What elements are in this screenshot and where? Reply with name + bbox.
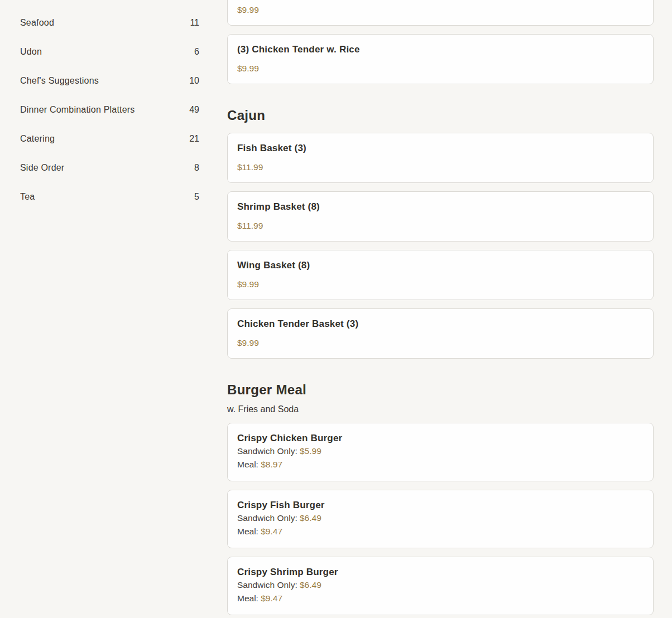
menu-item-price: $9.99 (237, 63, 644, 74)
option-label: Sandwich Only: (237, 446, 300, 456)
section-subheading-burger-meal: w. Fries and Soda (227, 404, 654, 414)
meal-line: Meal: $9.47 (237, 525, 644, 538)
menu-list: $9.99 (3) Chicken Tender w. Rice $9.99 C… (218, 0, 672, 618)
menu-item-card-crispy-chicken-burger[interactable]: Crispy Chicken Burger Sandwich Only: $5.… (227, 423, 654, 481)
category-label: Seafood (20, 18, 54, 28)
menu-item-card-chicken-tender-rice[interactable]: (3) Chicken Tender w. Rice $9.99 (227, 34, 654, 84)
category-label: Dinner Combination Platters (20, 105, 135, 115)
category-count: 49 (189, 105, 199, 115)
sandwich-only-line: Sandwich Only: $6.49 (237, 511, 644, 525)
option-price: $9.47 (261, 527, 282, 536)
menu-item-card-chicken-tender-basket[interactable]: Chicken Tender Basket (3) $9.99 (227, 308, 654, 359)
menu-item-card-fish-basket[interactable]: Fish Basket (3) $11.99 (227, 133, 654, 183)
meal-line: Meal: $8.97 (237, 458, 644, 471)
menu-item-title: Crispy Fish Burger (237, 499, 644, 511)
sidebar-item-catering[interactable]: Catering 21 (20, 124, 199, 153)
sandwich-only-line: Sandwich Only: $6.49 (237, 578, 644, 592)
option-price: $5.99 (300, 446, 321, 456)
category-label: Catering (20, 134, 55, 144)
menu-item-title: Wing Basket (8) (237, 259, 644, 272)
option-price: $6.49 (300, 580, 321, 590)
option-price: $9.47 (261, 593, 282, 603)
sidebar-item-udon[interactable]: Udon 6 (20, 37, 199, 66)
category-label: Side Order (20, 163, 64, 173)
sidebar-item-seafood[interactable]: Seafood 11 (20, 8, 199, 37)
option-label: Sandwich Only: (237, 513, 300, 523)
menu-item-title: Shrimp Basket (8) (237, 201, 644, 213)
option-price: $8.97 (261, 460, 282, 469)
section-heading-cajun: Cajun (227, 107, 654, 123)
category-count: 10 (189, 76, 199, 86)
page: Seafood 11 Udon 6 Chef's Suggestions 10 … (0, 0, 672, 618)
option-label: Meal: (237, 460, 261, 469)
menu-item-card-partial[interactable]: $9.99 (227, 0, 654, 26)
category-count: 5 (194, 192, 199, 202)
category-count: 11 (190, 18, 199, 28)
menu-item-price: $9.99 (237, 4, 644, 16)
menu-item-title: Crispy Shrimp Burger (237, 566, 644, 578)
option-label: Meal: (237, 527, 261, 536)
category-count: 21 (189, 134, 199, 144)
menu-item-title: Crispy Chicken Burger (237, 432, 644, 445)
option-price: $6.49 (300, 513, 321, 523)
menu-item-title: Chicken Tender Basket (3) (237, 318, 644, 330)
category-sidebar: Seafood 11 Udon 6 Chef's Suggestions 10 … (0, 0, 218, 618)
category-label: Tea (20, 192, 35, 202)
menu-item-card-crispy-shrimp-burger[interactable]: Crispy Shrimp Burger Sandwich Only: $6.4… (227, 557, 654, 615)
option-label: Meal: (237, 593, 261, 603)
menu-item-price: $11.99 (237, 220, 644, 231)
sidebar-item-tea[interactable]: Tea 5 (20, 182, 199, 211)
sandwich-only-line: Sandwich Only: $5.99 (237, 445, 644, 458)
menu-item-price: $9.99 (237, 279, 644, 290)
menu-item-price: $9.99 (237, 337, 644, 349)
menu-item-card-shrimp-basket[interactable]: Shrimp Basket (8) $11.99 (227, 191, 654, 242)
menu-item-card-crispy-fish-burger[interactable]: Crispy Fish Burger Sandwich Only: $6.49 … (227, 490, 654, 548)
option-label: Sandwich Only: (237, 580, 300, 590)
sidebar-item-chefs-suggestions[interactable]: Chef's Suggestions 10 (20, 66, 199, 95)
sidebar-item-side-order[interactable]: Side Order 8 (20, 153, 199, 182)
category-count: 8 (194, 163, 199, 173)
meal-line: Meal: $9.47 (237, 592, 644, 605)
menu-item-title: Fish Basket (3) (237, 142, 644, 154)
section-heading-burger-meal: Burger Meal (227, 382, 654, 398)
category-label: Chef's Suggestions (20, 76, 99, 86)
category-label: Udon (20, 47, 42, 57)
menu-item-title: (3) Chicken Tender w. Rice (237, 44, 644, 56)
category-count: 6 (194, 47, 199, 57)
menu-item-price: $11.99 (237, 162, 644, 173)
menu-item-card-wing-basket[interactable]: Wing Basket (8) $9.99 (227, 250, 654, 300)
sidebar-item-dinner-combination-platters[interactable]: Dinner Combination Platters 49 (20, 95, 199, 124)
